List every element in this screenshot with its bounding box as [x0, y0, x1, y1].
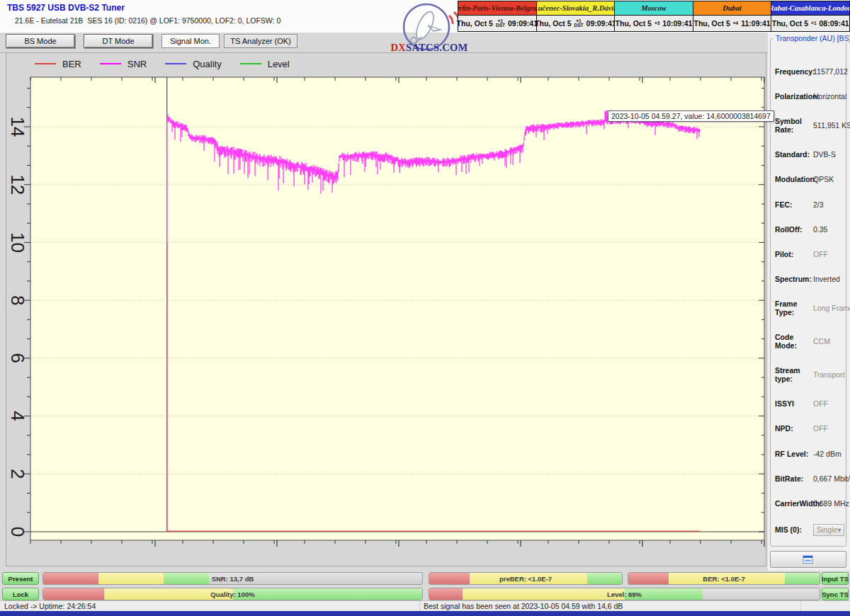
sync-ts-indicator: Sync TS: [822, 588, 849, 600]
row-label: Symbol Rate:: [775, 117, 813, 134]
bar-text: BER: <1.0E-7: [703, 575, 744, 583]
row-value: DVB-S: [813, 150, 836, 159]
transponder-row: Code Mode:CCM: [775, 333, 844, 350]
clock-city-label: Rabat-Casablanca-London: [771, 1, 849, 16]
row-value: OFF: [813, 399, 828, 408]
clock-dst-flag: DST: [496, 23, 505, 28]
legend-swatch-icon: [240, 63, 261, 64]
legend-item-level: Level: [240, 59, 290, 69]
row-label: ISSYI: [775, 399, 813, 408]
legend-swatch-icon: [100, 63, 121, 64]
row-label: Code Mode:: [775, 333, 813, 350]
transponder-row: Standard:DVB-S: [775, 150, 844, 159]
svg-text:12: 12: [7, 174, 28, 195]
transponder-row: Modulation:QPSK: [775, 175, 844, 183]
window-title: TBS 5927 USB DVB-S2 Tuner: [7, 3, 125, 13]
tab-dt-mode[interactable]: DT Mode: [84, 34, 153, 48]
row-label: BitRate:: [775, 474, 813, 483]
transponder-row: CarrierWidth:0,689 MHz: [775, 499, 844, 508]
clock-date: Thu, Oct 5: [457, 19, 493, 28]
legend-item-ber: BER: [35, 59, 81, 69]
groupbox-title: Transponder (AU) [BS]: [774, 34, 850, 42]
bar-text: Level: 69%: [607, 591, 642, 598]
row-label: Frequency:: [775, 67, 813, 76]
clock-date: Thu, Oct 5: [772, 19, 808, 28]
row-value: 0,667 Mbit/s: [813, 474, 850, 483]
row-label: RollOff:: [775, 225, 813, 234]
bar-text: preBER: <1.0E-7: [499, 575, 552, 583]
clock-city-label: Dubai: [693, 1, 771, 16]
statusbar-best-signal: Best signal has been seen at 2023-10-05 …: [424, 602, 623, 610]
window-list-icon: [803, 555, 814, 564]
row-label: Polarization:: [775, 92, 813, 101]
statusbar-lock-uptime: Locked -> Uptime: 24:26:54: [4, 602, 96, 610]
row-value: -42 dBm: [813, 450, 842, 458]
row-label: Stream type:: [775, 366, 813, 383]
clock-cell: Berlin-Paris-Vienna-BelgradeThu, Oct 5+1…: [458, 1, 536, 31]
ber-bar: BER: <1.0E-7: [628, 572, 820, 585]
tab-ts-analyzer[interactable]: TS Analyzer (OK): [224, 34, 298, 48]
clock-city-label: Berlin-Paris-Vienna-Belgrade: [458, 1, 536, 16]
input-ts-indicator: Input TS: [822, 572, 849, 585]
clock-utc-offset: +1DST: [496, 19, 505, 28]
row-label: Spectrum:: [775, 275, 813, 283]
clock-cell: Lučenec-Slovakia_R.DávidThu, Oct 5+1DST0…: [536, 1, 615, 31]
bar-text: SNR: 13,7 dB: [212, 575, 254, 583]
chevron-down-icon: ▾: [837, 525, 841, 534]
snr-bar: SNR: 13,7 dB: [42, 572, 423, 585]
mode-tabbar: BS ModeDT ModeSignal Mon.TS Analyzer (OK…: [0, 33, 850, 53]
legend-label: BER: [62, 59, 81, 69]
row-label: CarrierWidth:: [775, 499, 813, 508]
transponder-sidebar: Transponder (AU) [BS] Frequency:11577,01…: [768, 33, 850, 571]
clock-time: Thu, Oct 5+1DST09:09:41: [458, 16, 536, 31]
legend-label: Level: [268, 59, 290, 69]
transponder-groupbox: Transponder (AU) [BS] Frequency:11577,01…: [770, 38, 846, 547]
mis-dropdown[interactable]: Single▾: [813, 524, 844, 536]
legend-label: SNR: [128, 59, 147, 69]
row-label: MIS (0):: [775, 525, 813, 534]
row-value: 0.35: [813, 225, 827, 234]
row-value: CCM: [813, 337, 830, 346]
row-value: 11577,012 MHz: [813, 67, 850, 76]
clock-utc-offset: +4: [733, 21, 738, 26]
legend-item-snr: SNR: [100, 59, 147, 69]
mis-value: Single: [817, 525, 837, 534]
row-value: Horizontal: [813, 92, 846, 101]
transponder-rows: Frequency:11577,012 MHzPolarization:Hori…: [775, 67, 844, 536]
statusbar-separator: [800, 601, 801, 611]
clock-time: Thu, Oct 5+411:09:41: [693, 16, 771, 31]
transponder-row: Frame Type:Long Frame: [775, 300, 844, 316]
clock-hhmmss: 09:09:41: [508, 19, 538, 28]
transponder-row: Pilot:OFF: [775, 250, 844, 258]
clock-utc-offset: +3: [654, 21, 659, 26]
snapshot-button[interactable]: [770, 551, 846, 568]
clock-utc-offset: +1DST: [574, 19, 584, 28]
row-label: NPD:: [775, 424, 813, 433]
clock-date: Thu, Oct 5: [693, 19, 730, 28]
present-indicator: Present: [2, 572, 39, 585]
level-bar: Level: 69%: [429, 588, 820, 600]
statusbar-separator: [419, 601, 420, 611]
clock-city-label: Moscow: [615, 1, 693, 16]
row-value: QPSK: [813, 175, 834, 183]
transponder-row: Polarization:Horizontal: [775, 92, 844, 101]
clock-city-label: Lučenec-Slovakia_R.Dávid: [537, 1, 615, 16]
svg-text:10: 10: [7, 232, 28, 253]
bar-segment-red: [43, 588, 104, 600]
clock-cell: DubaiThu, Oct 5+411:09:41: [693, 1, 771, 31]
clock-time: Thu, Oct 5+310:09:41: [615, 16, 693, 31]
legend-label: Quality: [193, 59, 221, 69]
legend-swatch-icon: [165, 63, 186, 64]
clock-offset: +1: [811, 21, 816, 26]
tab-bs-mode[interactable]: BS Mode: [6, 34, 75, 48]
legend-item-quality: Quality: [165, 59, 221, 69]
tab-signal-mon[interactable]: Signal Mon.: [162, 34, 220, 48]
transponder-row: Symbol Rate:511,951 KS/s: [775, 117, 844, 134]
taskbar-strip: [0, 611, 850, 616]
tuner-subtitle: 21.6E - Eutelsat 21B SES 16 (ID: 0216) @…: [15, 16, 280, 25]
quality-bar: Quality: 100%: [42, 588, 423, 600]
clock-hhmmss: 10:09:41: [662, 19, 692, 28]
row-value: 0,689 MHz: [813, 499, 849, 508]
signal-plot[interactable]: 02468101214: [6, 53, 767, 567]
transponder-row: NPD:OFF: [775, 424, 844, 433]
